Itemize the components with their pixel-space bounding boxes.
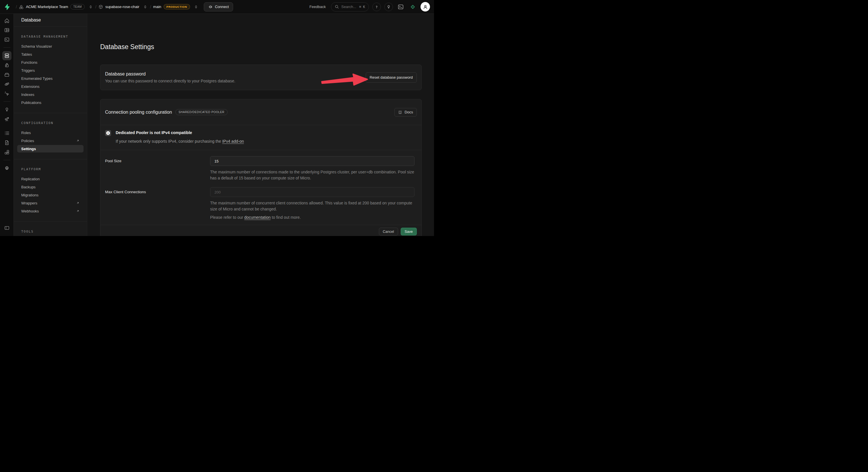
branch-selector-chevrons[interactable]: [193, 4, 198, 9]
sidebar-item-advisors[interactable]: [2, 105, 11, 114]
item-label: Schema Visualizer: [21, 44, 52, 49]
project-selector-chevrons[interactable]: [143, 4, 148, 9]
docs-label: Docs: [404, 110, 413, 114]
breadcrumb-separator: /: [150, 4, 151, 9]
section-label: PLATFORM: [14, 167, 87, 171]
search-input[interactable]: Search... ⌘ K: [331, 2, 369, 11]
sidebar-item-database[interactable]: [2, 51, 11, 60]
password-card-description: You can use this password to connect dir…: [105, 79, 236, 83]
external-link-icon: [76, 201, 80, 205]
pooling-docs-button[interactable]: Docs: [394, 108, 417, 117]
topbar-actions: Feedback Search... ⌘ K: [309, 2, 430, 11]
section-tools: TOOLS: [14, 222, 87, 236]
sidebar-item-home[interactable]: [2, 16, 11, 25]
auth-lock-icon: [4, 62, 10, 68]
sidebar-item-policies[interactable]: Policies: [14, 137, 87, 145]
sidebar-item-table-editor[interactable]: [2, 26, 11, 35]
item-label: Functions: [21, 60, 37, 65]
hints-button[interactable]: [384, 3, 393, 11]
project-cube-icon: [98, 5, 103, 9]
database-sidebar: Database DATABASE MANAGEMENT Schema Visu…: [14, 14, 87, 236]
sidebar-item-migrations[interactable]: Migrations: [14, 191, 87, 199]
pooling-card-header: Connection pooling configuration SHARED/…: [100, 99, 422, 125]
help-button[interactable]: [372, 3, 381, 11]
sidebar-item-tables[interactable]: Tables: [14, 50, 87, 58]
ipv4-callout: i Dedicated Pooler is not IPv4 compatibl…: [100, 125, 422, 150]
sidebar-title: Database: [21, 18, 41, 23]
sidebar-item-sql-editor[interactable]: [2, 35, 11, 44]
pool-size-helper: The maximum number of connections made t…: [210, 169, 414, 181]
ai-assistant-button[interactable]: [408, 3, 417, 11]
org-name: ACME Marketplace Team: [26, 5, 68, 9]
command-terminal-button[interactable]: [396, 3, 405, 11]
note-suffix: to find out more.: [271, 215, 301, 219]
item-label: Enumerated Types: [21, 77, 53, 81]
collapse-sidebar-button[interactable]: [2, 224, 11, 233]
sidebar-item-reports[interactable]: [2, 115, 11, 124]
sidebar-item-realtime[interactable]: [2, 89, 11, 98]
realtime-cursor-icon: [4, 91, 10, 96]
item-label: Policies: [21, 139, 34, 143]
section-label: TOOLS: [14, 230, 87, 233]
item-label: Webhooks: [21, 209, 39, 213]
sidebar-item-publications[interactable]: Publications: [14, 98, 87, 107]
lightbulb-icon: [386, 5, 391, 9]
sidebar-item-authentication[interactable]: [2, 61, 11, 70]
save-button[interactable]: Save: [401, 228, 417, 235]
feedback-button[interactable]: Feedback: [309, 5, 326, 9]
pool-size-input[interactable]: [210, 156, 414, 166]
sidebar-item-enumerated-types[interactable]: Enumerated Types: [14, 75, 87, 82]
user-avatar[interactable]: [421, 2, 430, 11]
panel-collapse-icon: [4, 225, 10, 231]
reset-database-password-button[interactable]: Reset database password: [366, 72, 417, 83]
breadcrumb-project[interactable]: supabase-rose-chair: [98, 4, 148, 9]
sidebar-item-project-settings[interactable]: [2, 164, 11, 173]
sidebar-item-replication[interactable]: Replication: [14, 175, 87, 183]
item-label: Indexes: [21, 92, 34, 97]
sidebar-item-webhooks[interactable]: Webhooks: [14, 207, 87, 215]
terminal-icon: [398, 4, 404, 10]
max-client-connections-input[interactable]: [210, 187, 414, 197]
sidebar-item-storage[interactable]: [2, 70, 11, 79]
project-name: supabase-rose-chair: [105, 5, 140, 9]
sidebar-item-functions[interactable]: Functions: [14, 58, 87, 66]
max-client-connections-field: The maximum number of concurrent client …: [210, 187, 414, 220]
pooler-type-badge: SHARED/DEDICATED POOLER: [175, 109, 228, 115]
callout-text: Dedicated Pooler is not IPv4 compatible …: [116, 130, 244, 144]
info-icon: i: [105, 130, 111, 136]
supabase-logo[interactable]: [0, 4, 14, 10]
org-badge: TEAM: [70, 4, 84, 9]
sidebar-item-extensions[interactable]: Extensions: [14, 82, 87, 90]
page-title: Database Settings: [100, 42, 422, 51]
item-label: Wrappers: [21, 201, 37, 205]
documentation-link[interactable]: documentation: [244, 215, 271, 219]
ipv4-addon-link[interactable]: IPv4 add-on: [222, 139, 244, 144]
documentation-note: Please refer to our documentation to fin…: [210, 214, 414, 220]
sidebar-item-api-docs[interactable]: [2, 138, 11, 147]
sidebar-item-logs[interactable]: [2, 129, 11, 138]
sidebar-item-edge-functions[interactable]: [2, 80, 11, 89]
rail-divider: [3, 160, 10, 160]
item-label: Settings: [21, 147, 36, 151]
connect-button[interactable]: Connect: [204, 2, 233, 11]
org-selector-chevrons[interactable]: [88, 4, 93, 9]
breadcrumb-org[interactable]: ACME Marketplace Team TEAM: [19, 4, 93, 9]
sidebar-item-indexes[interactable]: Indexes: [14, 90, 87, 98]
callout-description: If your network only supports IPv4, cons…: [116, 138, 244, 144]
sidebar-item-roles[interactable]: Roles: [14, 129, 87, 137]
sidebar-item-wrappers[interactable]: Wrappers: [14, 199, 87, 207]
cancel-button[interactable]: Cancel: [379, 228, 398, 235]
sidebar-item-triggers[interactable]: Triggers: [14, 66, 87, 75]
sidebar-item-schema-visualizer[interactable]: Schema Visualizer: [14, 42, 87, 50]
sidebar-item-settings[interactable]: Settings: [17, 145, 84, 152]
connect-label: Connect: [215, 5, 229, 9]
external-link-icon: [76, 139, 80, 142]
item-label: Roles: [21, 130, 31, 135]
sidebar-item-backups[interactable]: Backups: [14, 183, 87, 191]
pool-size-label: Pool Size: [105, 156, 210, 181]
item-label: Backups: [21, 185, 36, 189]
sidebar-item-integrations[interactable]: [2, 148, 11, 157]
breadcrumb-branch[interactable]: main PRODUCTION: [153, 4, 198, 9]
supabase-logo-icon: [4, 4, 10, 10]
plug-icon: [208, 5, 213, 9]
